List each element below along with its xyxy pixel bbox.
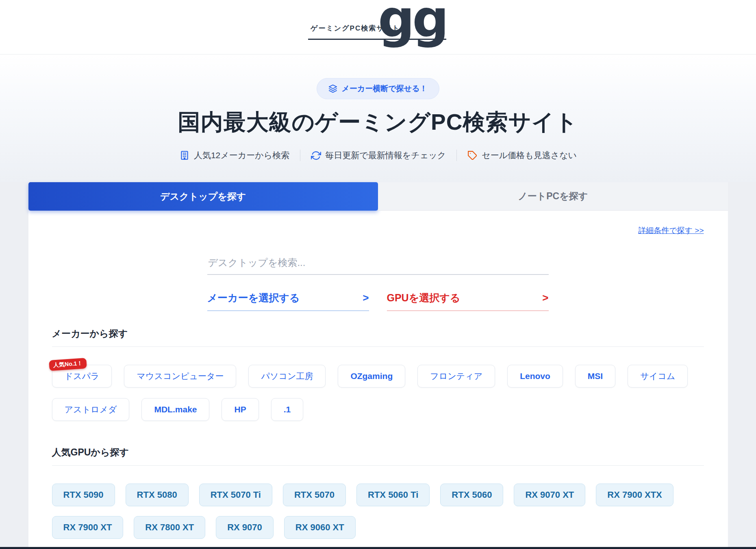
feature-divider xyxy=(456,150,457,161)
gpu-button[interactable]: RTX 5080 xyxy=(126,484,189,506)
category-tabs: デスクトップを探す ノートPCを探す xyxy=(28,182,728,211)
maker-button-label: パソコン工房 xyxy=(261,371,313,381)
maker-button[interactable]: Lenovo xyxy=(507,365,563,388)
layers-icon xyxy=(328,84,337,93)
maker-button-label: OZgaming xyxy=(350,371,393,381)
gpu-button-label: RX 9060 XT xyxy=(295,522,344,532)
gpu-button[interactable]: RTX 5070 Ti xyxy=(199,484,272,506)
maker-button[interactable]: MSI xyxy=(575,365,615,388)
maker-button[interactable]: 人気No.1！ ドスパラ xyxy=(52,365,112,388)
maker-button[interactable]: .1 xyxy=(271,398,304,421)
maker-button[interactable]: アストロメダ xyxy=(52,398,130,421)
gpu-button-label: RTX 5060 xyxy=(452,490,492,500)
bottom-edge-bar xyxy=(0,547,756,549)
maker-button[interactable]: HP xyxy=(222,398,259,421)
page-title: 国内最大級のゲーミングPC検索サイト xyxy=(0,107,756,137)
gpu-button-label: RTX 5070 xyxy=(294,490,335,500)
feature-label: 人気12メーカーから検索 xyxy=(194,150,289,161)
maker-select-label: メーカーを選択する xyxy=(207,291,300,305)
gpu-button[interactable]: RX 9060 XT xyxy=(284,516,356,539)
maker-button-label: HP xyxy=(234,405,246,414)
maker-button[interactable]: OZgaming xyxy=(338,365,405,388)
gpu-button[interactable]: RX 7900 XT xyxy=(52,516,124,539)
tab-notebook[interactable]: ノートPCを探す xyxy=(378,182,728,211)
refresh-icon xyxy=(311,150,321,161)
maker-button[interactable]: パソコン工房 xyxy=(248,365,326,388)
tab-desktop[interactable]: デスクトップを探す xyxy=(28,182,378,211)
popular-no1-badge: 人気No.1！ xyxy=(49,358,87,371)
gpu-button-label: RTX 5070 Ti xyxy=(211,490,261,500)
maker-button-label: サイコム xyxy=(640,371,675,381)
cross-maker-badge-label: メーカー横断で探せる！ xyxy=(341,83,427,94)
maker-button-label: マウスコンピューター xyxy=(137,371,224,381)
cross-maker-badge: メーカー横断で探せる！ xyxy=(317,78,439,99)
selector-row: メーカーを選択する > GPUを選択する > xyxy=(207,291,549,311)
chevron-right-icon: > xyxy=(363,292,369,304)
section-divider xyxy=(52,346,704,347)
gpu-section: 人気GPUから探す RTX 5090 RTX 5080 RTX 5070 Ti … xyxy=(52,446,704,539)
building-icon xyxy=(179,150,190,161)
feature-daily-update: 毎日更新で最新情報をチェック xyxy=(311,150,446,161)
maker-button[interactable]: フロンティア xyxy=(417,365,495,388)
gpu-button[interactable]: RX 9070 xyxy=(216,516,274,539)
tag-icon xyxy=(467,150,478,161)
site-header: ゲーミングPC検索サイト gg xyxy=(0,0,756,54)
advanced-link-row: 詳細条件で探す >> xyxy=(52,225,704,236)
gpu-button-label: RX 7900 XTX xyxy=(607,490,662,500)
gpu-button-label: RX 9070 XT xyxy=(525,490,574,500)
search-wrap xyxy=(207,255,549,275)
maker-button-list: 人気No.1！ ドスパラ マウスコンピューター パソコン工房 OZgaming xyxy=(52,365,704,421)
maker-button-label: MSI xyxy=(588,371,603,381)
gpu-button[interactable]: RTX 5070 xyxy=(283,484,346,506)
gpu-button[interactable]: RX 7900 XTX xyxy=(596,484,673,506)
hero-feature-list: 人気12メーカーから検索 毎日更新で最新情報をチェック セール価格も見逃さない xyxy=(0,150,756,161)
hero-section: メーカー横断で探せる！ 国内最大級のゲーミングPC検索サイト 人気12メーカーか… xyxy=(0,54,756,182)
feature-sale-price: セール価格も見逃さない xyxy=(467,150,577,161)
maker-section-heading: メーカーから探す xyxy=(52,327,704,340)
gpu-button[interactable]: RTX 5060 Ti xyxy=(356,484,430,506)
logo-text: gg xyxy=(378,0,446,45)
search-input[interactable] xyxy=(207,255,549,275)
gpu-button[interactable]: RX 9070 XT xyxy=(514,484,585,506)
feature-label: セール価格も見逃さない xyxy=(482,150,577,161)
maker-button[interactable]: サイコム xyxy=(628,365,688,388)
gpu-select-label: GPUを選択する xyxy=(387,291,461,305)
feature-maker-count: 人気12メーカーから検索 xyxy=(179,150,289,161)
feature-label: 毎日更新で最新情報をチェック xyxy=(325,150,446,161)
gpu-button[interactable]: RX 7800 XT xyxy=(134,516,205,539)
maker-button-label: ドスパラ xyxy=(65,371,100,381)
maker-select-button[interactable]: メーカーを選択する > xyxy=(207,291,369,311)
maker-button-label: MDL.make xyxy=(154,405,197,414)
gpu-section-heading: 人気GPUから探す xyxy=(52,446,704,459)
maker-button-label: .1 xyxy=(284,405,291,414)
gpu-button-list: RTX 5090 RTX 5080 RTX 5070 Ti RTX 5070 R… xyxy=(52,484,704,539)
maker-button[interactable]: MDL.make xyxy=(141,398,209,421)
gpu-button-label: RX 7800 XT xyxy=(145,522,194,532)
maker-section: メーカーから探す 人気No.1！ ドスパラ マウスコンピューター パソコン工房 xyxy=(52,327,704,421)
section-divider xyxy=(52,465,704,466)
chevron-right-icon: > xyxy=(542,292,548,304)
maker-button[interactable]: マウスコンピューター xyxy=(124,365,236,388)
maker-button-label: Lenovo xyxy=(520,371,550,381)
gpu-select-button[interactable]: GPUを選択する > xyxy=(387,291,549,311)
gpu-button[interactable]: RTX 5090 xyxy=(52,484,115,506)
search-panel: 詳細条件で探す >> メーカーを選択する > GPUを選択する > メーカーから… xyxy=(28,211,728,549)
maker-button-label: アストロメダ xyxy=(65,405,117,414)
gpu-button-label: RTX 5060 Ti xyxy=(368,490,418,500)
gpu-button-label: RTX 5080 xyxy=(137,490,177,500)
gpu-button-label: RX 9070 xyxy=(227,522,262,532)
feature-divider xyxy=(300,150,300,161)
gpu-button[interactable]: RTX 5060 xyxy=(440,484,503,506)
maker-button-label: フロンティア xyxy=(430,371,482,381)
site-logo: ゲーミングPC検索サイト gg xyxy=(308,0,448,54)
gpu-button-label: RTX 5090 xyxy=(63,490,104,500)
gpu-button-label: RX 7900 XT xyxy=(63,522,112,532)
advanced-search-link[interactable]: 詳細条件で探す >> xyxy=(638,226,704,235)
